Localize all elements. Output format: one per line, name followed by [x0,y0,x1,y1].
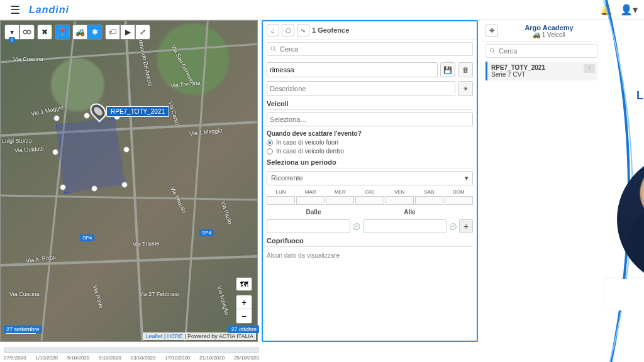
day-checkbox[interactable] [445,196,473,205]
menu-icon[interactable]: ☰ [6,3,24,17]
magic-icon[interactable]: ✴ [458,81,473,96]
vehicle-select[interactable] [267,112,473,126]
path-icon[interactable]: ∿ [297,24,309,36]
vehicle-marker[interactable]: RPE7_TOTY_2021 [91,102,169,120]
timeline-track[interactable] [4,348,259,353]
expand-icon[interactable]: ⤢ [135,25,150,40]
poly-handle[interactable] [53,115,60,121]
save-icon[interactable]: 💾 [440,62,455,77]
layers-icon[interactable]: 🗺 [236,277,252,291]
vehicle-list-item[interactable]: RPE7_TOTY_2021 Serie 7 CVT ↕ [486,62,597,80]
share-nodes-icon[interactable]: ✱ [87,25,103,40]
timeline[interactable]: 27 settembre 27 ottobre 27/9/20201/10/20… [4,336,259,361]
vehicle-label: RPE7_TOTY_2021 [106,106,169,117]
radio-vehicle-out[interactable]: In caso di veicolo fuori [267,139,473,146]
section-periodo: Seleziona un periodo [267,158,473,168]
binoculars-icon[interactable] [19,25,35,40]
delete-icon[interactable]: 🗑 [458,62,473,77]
poly-handle[interactable] [84,112,90,119]
draw-poly-icon[interactable]: ⬠ [282,24,294,36]
day-checkbox[interactable] [415,196,443,205]
zoom-out-button[interactable]: − [236,309,252,323]
move-icon[interactable]: ✥ [486,25,498,37]
route-badge: SP4 [80,234,94,241]
poly-handle[interactable] [60,184,66,190]
geofence-name-input[interactable] [267,62,438,77]
day-checkbox[interactable] [386,196,414,205]
location-add-icon[interactable]: 📍 [55,25,70,40]
brand-logo: Landini [29,4,69,16]
time-from-input[interactable] [267,219,350,233]
day-checkbox[interactable] [296,196,325,205]
panel-title: 1 Geofence [312,26,349,34]
street-label: Via Cuscina [13,56,43,62]
zoom-control: + − [236,295,252,324]
geofence-shape[interactable] [56,118,125,194]
timeline-end-label: 27 ottobre [228,326,259,333]
event-question: Quando deve scattare l'evento? [267,130,473,137]
zoom-in-button[interactable]: + [236,295,252,309]
search-input[interactable] [486,44,597,58]
poly-handle[interactable] [123,146,130,153]
search-input[interactable] [267,42,473,56]
play-icon[interactable]: ▶ [120,25,135,40]
tag-icon[interactable]: 🏷 [105,25,120,40]
poly-handle[interactable] [91,185,97,192]
description-input[interactable] [267,81,455,96]
map-toolbar: ▾1 ✖ 📍 🚜 ✱ 🏷 ▶ ⤢ [4,25,153,40]
svg-point-0 [23,30,27,34]
leonardo-logo: LEONARDO UP WITH INNOVATION [636,35,644,107]
filter-icon[interactable]: ▾1 [4,25,19,40]
chevron-down-icon: ▾ [465,174,469,182]
panel-title: Argo Academy [501,23,597,31]
time-to-input[interactable] [363,219,447,233]
geofence-panel: ⌂ ⬠ ∿ 1 Geofence 💾 🗑 ✴ Veicoli Quando de… [262,20,478,342]
vehicle-icon[interactable]: 🚜 [72,25,87,40]
sort-icon[interactable]: ↕ [584,64,595,73]
day-checkbox[interactable] [326,196,354,205]
label-alle: Alle [363,209,457,216]
poly-handle[interactable] [121,182,128,188]
day-checkbox[interactable] [267,196,295,205]
brand-area: LEONARDO UP WITH INNOVATION [601,20,644,342]
timeline-ticks: 27/9/20201/10/20205/10/20209/10/202013/1… [4,355,259,361]
vehicles-panel: ✥ Argo Academy 🚜 1 Veicoli RPE7_TOTY_202… [482,20,601,342]
app-header: ☰ Landini 🔔 👤▾ [0,0,644,20]
route-badge: SP4 [199,229,214,236]
empty-state: Alcun dato da visualizzare [267,250,473,261]
recurrence-dropdown[interactable]: Ricorrente▾ [267,171,473,185]
home-icon[interactable]: ⌂ [267,24,279,36]
vehicle-count: 🚜 1 Veicoli [501,31,597,38]
label-dalle: Dalle [267,209,360,216]
radio-vehicle-in[interactable]: In caso di veicolo dentro [267,148,473,155]
tools-icon[interactable]: ✖ [37,25,52,40]
clock-icon: 🕘 [449,223,457,230]
map-pane[interactable]: Via Cuscina Via 1 Maggio Via Guidotti Vi… [0,20,258,342]
day-checkbox[interactable] [355,196,384,205]
presenter-image [601,153,644,342]
clock-icon: 🕘 [353,223,360,230]
svg-point-1 [27,30,31,34]
section-veicoli: Veicoli [267,100,473,110]
timeline-start-label: 27 settembre [4,326,42,333]
poly-handle[interactable] [52,149,58,155]
days-row: LUNMARMERGIOVENSABDOM [267,189,473,205]
section-coprifuoco: Coprifuoco [267,237,473,247]
add-time-button[interactable]: + [459,219,473,233]
